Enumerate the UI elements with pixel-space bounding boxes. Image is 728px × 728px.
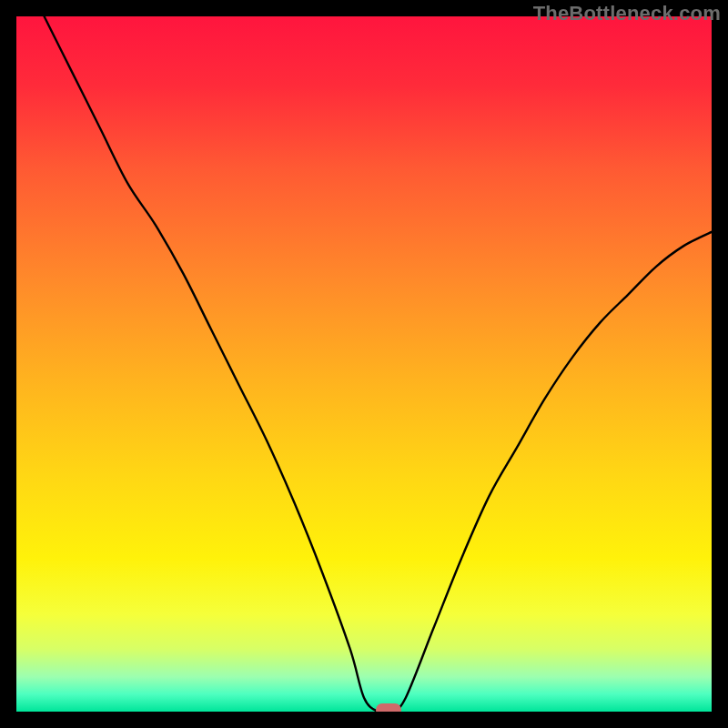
chart-canvas: TheBottleneck.com: [0, 0, 728, 728]
bottleneck-curve: [45, 16, 712, 712]
watermark-text: TheBottleneck.com: [533, 2, 721, 25]
plot-area: [16, 16, 712, 712]
curve-layer: [16, 16, 712, 712]
optimal-marker: [376, 703, 401, 712]
